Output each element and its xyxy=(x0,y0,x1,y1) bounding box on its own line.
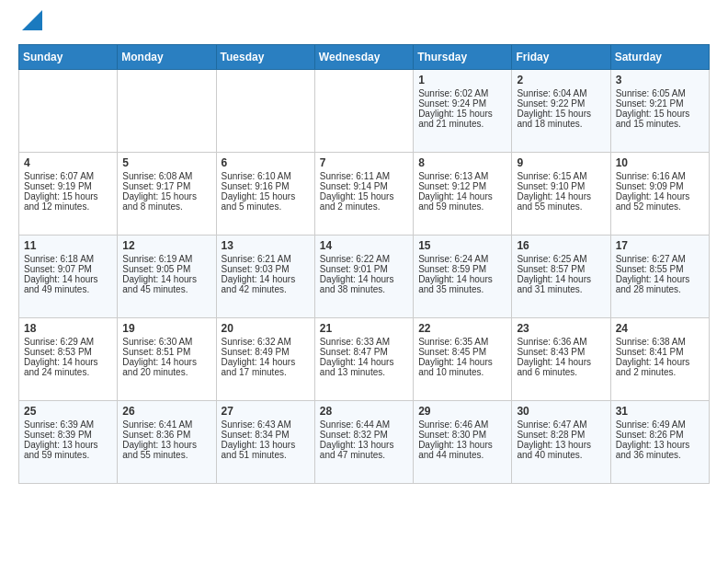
day-info: Sunrise: 6:05 AM xyxy=(616,88,704,98)
day-info: Sunset: 8:34 PM xyxy=(222,430,310,440)
day-info: Sunrise: 6:30 AM xyxy=(122,337,210,347)
calendar-cell: 24Sunrise: 6:38 AMSunset: 8:41 PMDayligh… xyxy=(610,318,709,401)
day-info: Sunset: 9:01 PM xyxy=(320,264,408,274)
day-info: Sunrise: 6:25 AM xyxy=(517,254,605,264)
day-info: and 49 minutes. xyxy=(24,284,112,294)
day-info: Sunrise: 6:32 AM xyxy=(222,337,310,347)
day-info: Daylight: 15 hours xyxy=(24,191,112,201)
day-number: 5 xyxy=(122,156,210,169)
weekday-header: Sunday xyxy=(19,45,118,70)
day-info: Sunrise: 6:35 AM xyxy=(418,337,506,347)
day-info: Sunrise: 6:16 AM xyxy=(616,171,704,181)
weekday-header: Tuesday xyxy=(216,45,314,70)
day-info: Sunset: 8:30 PM xyxy=(418,430,506,440)
calendar-cell: 30Sunrise: 6:47 AMSunset: 8:28 PMDayligh… xyxy=(512,401,610,484)
day-info: and 59 minutes. xyxy=(418,201,506,212)
day-number: 31 xyxy=(616,405,704,418)
day-info: and 2 minutes. xyxy=(320,201,408,212)
day-info: Sunset: 8:59 PM xyxy=(418,264,506,274)
calendar-week-row: 11Sunrise: 6:18 AMSunset: 9:07 PMDayligh… xyxy=(19,236,710,318)
calendar-cell: 27Sunrise: 6:43 AMSunset: 8:34 PMDayligh… xyxy=(216,401,314,484)
day-info: and 5 minutes. xyxy=(222,201,310,212)
day-info: Daylight: 15 hours xyxy=(517,109,605,119)
day-info: Daylight: 13 hours xyxy=(222,440,310,450)
day-info: Daylight: 15 hours xyxy=(320,191,408,201)
day-number: 29 xyxy=(418,405,506,418)
calendar-week-row: 1Sunrise: 6:02 AMSunset: 9:24 PMDaylight… xyxy=(19,70,710,153)
calendar-cell: 1Sunrise: 6:02 AMSunset: 9:24 PMDaylight… xyxy=(414,70,512,153)
day-info: and 47 minutes. xyxy=(320,450,408,460)
day-info: Sunset: 8:32 PM xyxy=(320,430,408,440)
day-info: Daylight: 13 hours xyxy=(320,440,408,450)
calendar-cell: 19Sunrise: 6:30 AMSunset: 8:51 PMDayligh… xyxy=(118,318,216,401)
day-info: and 8 minutes. xyxy=(122,201,210,212)
day-number: 30 xyxy=(517,405,605,418)
day-info: Sunset: 8:47 PM xyxy=(320,347,408,357)
day-info: Daylight: 15 hours xyxy=(122,191,210,201)
day-info: and 44 minutes. xyxy=(418,450,506,460)
day-info: Daylight: 14 hours xyxy=(122,274,210,284)
day-info: Sunrise: 6:41 AM xyxy=(122,419,210,430)
calendar-cell: 22Sunrise: 6:35 AMSunset: 8:45 PMDayligh… xyxy=(414,318,512,401)
day-info: Daylight: 14 hours xyxy=(418,191,506,201)
day-info: Daylight: 14 hours xyxy=(24,357,112,367)
weekday-header: Friday xyxy=(512,45,610,70)
day-number: 24 xyxy=(616,322,704,335)
calendar-cell: 31Sunrise: 6:49 AMSunset: 8:26 PMDayligh… xyxy=(610,401,709,484)
day-number: 26 xyxy=(122,405,210,418)
calendar-week-row: 4Sunrise: 6:07 AMSunset: 9:19 PMDaylight… xyxy=(19,153,710,236)
day-info: and 52 minutes. xyxy=(616,201,704,212)
day-info: Daylight: 13 hours xyxy=(122,440,210,450)
day-info: and 28 minutes. xyxy=(616,284,704,294)
day-info: Daylight: 15 hours xyxy=(222,191,310,201)
day-info: Daylight: 14 hours xyxy=(517,357,605,367)
day-info: Sunset: 9:14 PM xyxy=(320,181,408,191)
day-info: Sunrise: 6:39 AM xyxy=(24,419,112,430)
day-number: 11 xyxy=(24,239,112,252)
day-info: Sunset: 8:39 PM xyxy=(24,430,112,440)
calendar-week-row: 25Sunrise: 6:39 AMSunset: 8:39 PMDayligh… xyxy=(19,401,710,484)
day-info: Sunrise: 6:47 AM xyxy=(517,419,605,430)
calendar-cell: 11Sunrise: 6:18 AMSunset: 9:07 PMDayligh… xyxy=(19,236,118,318)
day-info: and 17 minutes. xyxy=(222,367,310,377)
day-info: Sunrise: 6:13 AM xyxy=(418,171,506,181)
day-info: Sunset: 9:21 PM xyxy=(616,98,704,109)
day-info: Sunset: 9:22 PM xyxy=(517,98,605,109)
day-info: Sunset: 9:17 PM xyxy=(122,181,210,191)
calendar-week-row: 18Sunrise: 6:29 AMSunset: 8:53 PMDayligh… xyxy=(19,318,710,401)
day-number: 1 xyxy=(418,74,506,86)
calendar-cell: 3Sunrise: 6:05 AMSunset: 9:21 PMDaylight… xyxy=(610,70,709,153)
calendar-cell: 23Sunrise: 6:36 AMSunset: 8:43 PMDayligh… xyxy=(512,318,610,401)
day-info: and 55 minutes. xyxy=(122,450,210,460)
day-info: Sunrise: 6:15 AM xyxy=(517,171,605,181)
day-info: Sunrise: 6:11 AM xyxy=(320,171,408,181)
day-number: 14 xyxy=(320,239,408,252)
weekday-header: Thursday xyxy=(414,45,512,70)
day-number: 20 xyxy=(222,322,310,335)
day-number: 17 xyxy=(616,239,704,252)
calendar-cell: 16Sunrise: 6:25 AMSunset: 8:57 PMDayligh… xyxy=(512,236,610,318)
day-info: Sunset: 8:55 PM xyxy=(616,264,704,274)
calendar-cell: 14Sunrise: 6:22 AMSunset: 9:01 PMDayligh… xyxy=(314,236,413,318)
day-info: Sunrise: 6:02 AM xyxy=(418,88,506,98)
day-number: 23 xyxy=(517,322,605,335)
calendar-cell: 25Sunrise: 6:39 AMSunset: 8:39 PMDayligh… xyxy=(19,401,118,484)
day-info: and 40 minutes. xyxy=(517,450,605,460)
day-info: Daylight: 14 hours xyxy=(320,274,408,284)
day-info: and 31 minutes. xyxy=(517,284,605,294)
calendar-cell: 10Sunrise: 6:16 AMSunset: 9:09 PMDayligh… xyxy=(610,153,709,236)
day-info: Daylight: 13 hours xyxy=(418,440,506,450)
calendar-cell xyxy=(19,70,118,153)
calendar-cell: 9Sunrise: 6:15 AMSunset: 9:10 PMDaylight… xyxy=(512,153,610,236)
calendar-cell: 18Sunrise: 6:29 AMSunset: 8:53 PMDayligh… xyxy=(19,318,118,401)
day-info: and 45 minutes. xyxy=(122,284,210,294)
weekday-header: Monday xyxy=(118,45,216,70)
calendar-cell: 4Sunrise: 6:07 AMSunset: 9:19 PMDaylight… xyxy=(19,153,118,236)
day-info: Daylight: 14 hours xyxy=(320,357,408,367)
day-info: Sunset: 9:09 PM xyxy=(616,181,704,191)
day-info: Sunrise: 6:18 AM xyxy=(24,254,112,264)
calendar-cell: 13Sunrise: 6:21 AMSunset: 9:03 PMDayligh… xyxy=(216,236,314,318)
day-info: and 13 minutes. xyxy=(320,367,408,377)
day-info: Sunrise: 6:04 AM xyxy=(517,88,605,98)
day-info: Sunset: 8:36 PM xyxy=(122,430,210,440)
